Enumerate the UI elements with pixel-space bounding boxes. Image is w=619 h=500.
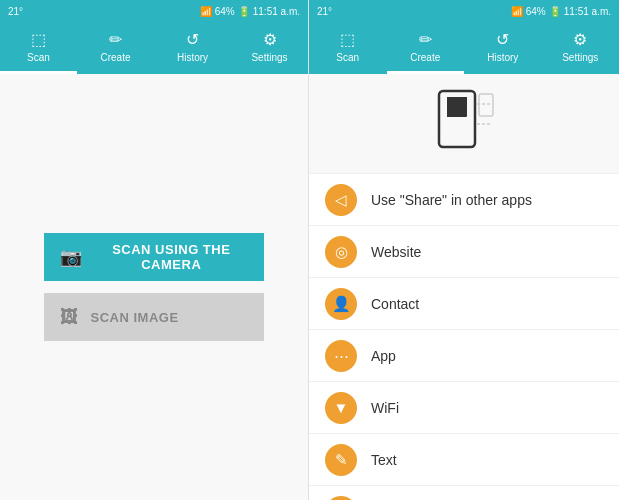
wifi-icon-circle: ▼ <box>325 392 357 424</box>
right-nav-scan-label: Scan <box>336 52 359 63</box>
wifi-icon: ▼ <box>334 399 349 416</box>
svg-rect-6 <box>463 107 467 111</box>
right-scan-icon: ⬚ <box>340 30 355 49</box>
website-icon-circle: ◎ <box>325 236 357 268</box>
qr-illustration <box>429 89 499 159</box>
text-label: Text <box>371 452 397 468</box>
list-item-contact[interactable]: 👤 Contact <box>309 278 619 330</box>
contact-icon-circle: 👤 <box>325 288 357 320</box>
left-status-right: 📶 64%🔋 11:51 a.m. <box>200 6 300 17</box>
right-time: 11:51 a.m. <box>564 6 611 17</box>
qr-header <box>309 74 619 174</box>
settings-icon: ⚙ <box>263 30 277 49</box>
contact-label: Contact <box>371 296 419 312</box>
right-nav-settings-label: Settings <box>562 52 598 63</box>
right-status-right: 📶 64%🔋 11:51 a.m. <box>511 6 611 17</box>
right-battery-label: 64% <box>526 6 546 17</box>
image-icon: 🖼 <box>60 307 79 328</box>
left-nav-history[interactable]: ↺ History <box>154 22 231 74</box>
right-nav-scan[interactable]: ⬚ Scan <box>309 22 387 74</box>
left-nav-create-label: Create <box>100 52 130 63</box>
left-time: 11:51 a.m. <box>253 6 300 17</box>
left-wifi-icon: 📶 <box>200 6 212 17</box>
scan-image-button[interactable]: 🖼 SCAN IMAGE <box>44 293 264 341</box>
list-item-text[interactable]: ✎ Text <box>309 434 619 486</box>
list-item-share[interactable]: ◁ Use "Share" in other apps <box>309 174 619 226</box>
app-label: App <box>371 348 396 364</box>
website-label: Website <box>371 244 421 260</box>
create-icon: ✏ <box>109 30 122 49</box>
clipboard-icon-circle: ⧉ <box>325 496 357 500</box>
list-item-wifi[interactable]: ▼ WiFi <box>309 382 619 434</box>
wifi-label: WiFi <box>371 400 399 416</box>
left-battery-label: 64% <box>215 6 235 17</box>
camera-icon: 📷 <box>60 246 83 268</box>
left-nav-create[interactable]: ✏ Create <box>77 22 154 74</box>
left-nav-settings[interactable]: ⚙ Settings <box>231 22 308 74</box>
svg-rect-5 <box>457 107 461 111</box>
right-nav-settings[interactable]: ⚙ Settings <box>542 22 620 74</box>
right-status-bar: 21° 📶 64%🔋 11:51 a.m. <box>309 0 619 22</box>
list-item-clipboard[interactable]: ⧉ Content from clipboard <box>309 486 619 500</box>
left-nav-scan[interactable]: ⬚ Scan <box>0 22 77 74</box>
left-nav-history-label: History <box>177 52 208 63</box>
app-icon-circle: ⋯ <box>325 340 357 372</box>
right-nav-create-label: Create <box>410 52 440 63</box>
svg-rect-2 <box>447 97 455 105</box>
scan-camera-button[interactable]: 📷 SCAN USING THE CAMERA <box>44 233 264 281</box>
left-status-bar: 21° 📶 64%🔋 11:51 a.m. <box>0 0 308 22</box>
create-list: ◁ Use "Share" in other apps ◎ Website 👤 … <box>309 174 619 500</box>
right-phone-panel: 21° 📶 64%🔋 11:51 a.m. ⬚ Scan ✏ Create ↺ … <box>309 0 619 500</box>
left-phone-panel: 21° 📶 64%🔋 11:51 a.m. ⬚ Scan ✏ Create ↺ … <box>0 0 309 500</box>
website-icon: ◎ <box>335 243 348 261</box>
right-nav-history[interactable]: ↺ History <box>464 22 542 74</box>
list-item-app[interactable]: ⋯ App <box>309 330 619 382</box>
contact-icon: 👤 <box>332 295 351 313</box>
svg-rect-3 <box>459 97 467 105</box>
scan-icon: ⬚ <box>31 30 46 49</box>
share-label: Use "Share" in other apps <box>371 192 532 208</box>
right-nav-bar: ⬚ Scan ✏ Create ↺ History ⚙ Settings <box>309 22 619 74</box>
left-nav-settings-label: Settings <box>251 52 287 63</box>
scan-camera-label: SCAN USING THE CAMERA <box>95 242 249 272</box>
svg-rect-9 <box>479 94 493 116</box>
history-icon: ↺ <box>186 30 199 49</box>
right-wifi-icon: 📶 <box>511 6 523 17</box>
left-main-content: 📷 SCAN USING THE CAMERA 🖼 SCAN IMAGE <box>0 74 308 500</box>
share-icon-circle: ◁ <box>325 184 357 216</box>
right-settings-icon: ⚙ <box>573 30 587 49</box>
right-create-icon: ✏ <box>419 30 432 49</box>
left-nav-bar: ⬚ Scan ✏ Create ↺ History ⚙ Settings <box>0 22 308 74</box>
app-icon: ⋯ <box>334 347 349 365</box>
right-nav-history-label: History <box>487 52 518 63</box>
list-item-website[interactable]: ◎ Website <box>309 226 619 278</box>
left-nav-scan-label: Scan <box>27 52 50 63</box>
text-icon-circle: ✎ <box>325 444 357 476</box>
right-nav-create[interactable]: ✏ Create <box>387 22 465 74</box>
share-icon: ◁ <box>335 191 347 209</box>
text-icon: ✎ <box>335 451 348 469</box>
right-history-icon: ↺ <box>496 30 509 49</box>
svg-rect-4 <box>447 109 455 117</box>
right-status-temp: 21° <box>317 6 332 17</box>
left-status-temp: 21° <box>8 6 23 17</box>
scan-image-label: SCAN IMAGE <box>91 310 179 325</box>
